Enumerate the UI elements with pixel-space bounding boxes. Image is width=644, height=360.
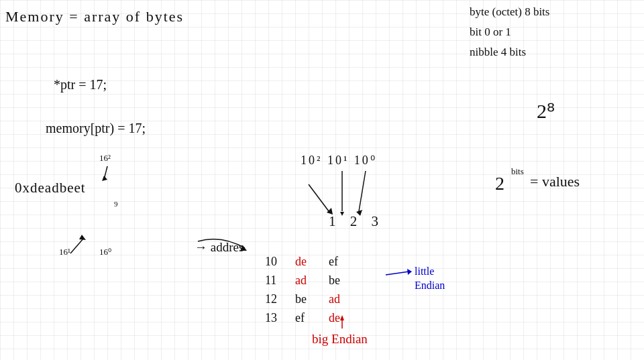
memory-bracket: memory[ptr) = 17; <box>46 121 146 136</box>
be-black: be <box>329 274 340 288</box>
be-black2: be <box>295 292 307 306</box>
svg-marker-1 <box>102 176 107 181</box>
svg-line-11 <box>386 272 409 275</box>
addr-11: 11 <box>265 274 276 288</box>
powers-row: 10² 10¹ 10⁰ <box>301 153 377 168</box>
number-123: 1 2 3 <box>329 213 384 230</box>
addr-13: 13 <box>265 311 277 325</box>
little-endian: littleEndian <box>415 265 445 293</box>
big-endian: big Endian <box>312 332 368 347</box>
svg-marker-12 <box>407 269 412 275</box>
svg-line-2 <box>70 238 84 253</box>
de-red2: de <box>329 311 340 325</box>
memory-title: Memory = array of bytes <box>5 8 184 25</box>
power-2-base: 2 <box>495 173 504 194</box>
svg-marker-14 <box>340 315 344 320</box>
ef-black2: ef <box>295 311 305 325</box>
16-1-label: 16¹ <box>59 247 70 257</box>
addr-12: 12 <box>265 292 277 306</box>
address-arrow-label: → addres <box>195 240 244 255</box>
nibble-line: nibble 4 bits <box>470 46 526 59</box>
svg-line-0 <box>104 166 107 180</box>
bit-line: bit 0 or 1 <box>470 25 511 39</box>
ef-black: ef <box>329 255 338 269</box>
svg-line-9 <box>359 171 366 211</box>
ad-red2: ad <box>329 292 340 306</box>
superscript-9: 9 <box>114 200 118 208</box>
svg-marker-3 <box>79 235 86 240</box>
hex-value: 0xdeadbeet <box>15 180 86 196</box>
equals-values: = values <box>530 173 580 190</box>
notes-canvas: Memory = array of bytes *ptr = 17; memor… <box>0 0 644 360</box>
de-red: de <box>295 255 307 269</box>
byte-octet: byte (octet) 8 bits <box>470 5 549 19</box>
svg-line-5 <box>309 184 329 211</box>
power-28: 2⁸ <box>537 99 555 123</box>
ad-red: ad <box>295 274 307 288</box>
16sq-label: 16² <box>99 153 111 164</box>
addr-10: 10 <box>265 255 277 269</box>
16-0-label: 16⁰ <box>99 247 111 257</box>
bits-superscript: bits <box>511 166 524 177</box>
ptr-line: *ptr = 17; <box>54 77 107 93</box>
